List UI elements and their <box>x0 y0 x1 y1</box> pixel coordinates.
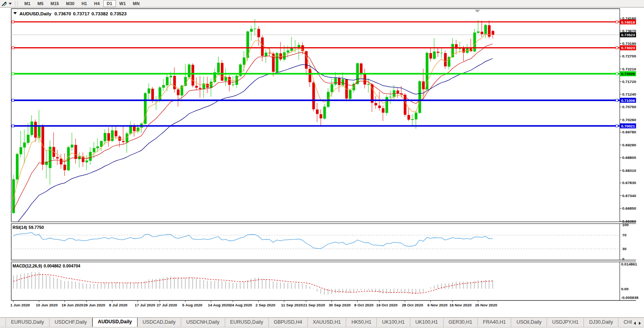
price-tag-label: 0.74019 <box>621 20 635 24</box>
macd-axis-label: 0.014861 <box>621 262 637 266</box>
tab-AUDUSD-Daily[interactable]: AUDUSD,Daily <box>92 318 138 327</box>
tab-UK100-H1[interactable]: UK100,H1 <box>410 318 444 327</box>
tab-USOil-Daily[interactable]: USOil,Daily <box>511 318 547 327</box>
x-axis-label: 30 Sep 2020 <box>328 303 350 307</box>
tab-XAUUSD-H1[interactable]: XAUUSD,H1 <box>308 318 347 327</box>
close-value: 0.73523 <box>110 11 127 16</box>
x-axis-label: 16 Nov 2020 <box>450 303 472 307</box>
time-axis: 1 Jun 202010 Jun 202019 Jun 202029 Jun 2… <box>10 300 497 307</box>
price-tag-label: 0.70021 <box>621 124 635 128</box>
y-axis-label: 0.73670 <box>622 29 637 33</box>
open-value: 0.73670 <box>55 11 72 16</box>
price-tag-label: 0.73023 <box>621 46 635 50</box>
chart-tabs-bar: EURUSD,DailyUSDCHF,DailyAUDUSD,DailyUSDC… <box>0 317 644 327</box>
hline-handle[interactable] <box>616 21 618 23</box>
y-axis-label: 0.71240 <box>622 92 637 96</box>
hline-handle[interactable] <box>616 99 618 101</box>
timeframe-button-H4[interactable]: H4 <box>90 0 103 7</box>
y-axis-label: 0.74160 <box>622 16 637 20</box>
scroll-tabs-left-icon[interactable] <box>634 322 636 325</box>
y-axis-label: 0.68800 <box>622 155 637 160</box>
tab-USDCHF-Daily[interactable]: USDCHF,Daily <box>50 318 92 327</box>
tab-DJ30-Daily[interactable]: DJ30,Daily <box>584 318 618 327</box>
x-axis-label: 21 Sep 2020 <box>303 303 325 307</box>
high-value: 0.73717 <box>73 11 90 16</box>
x-axis-label: 10 Jun 2020 <box>36 303 58 307</box>
y-axis-label: 0.72700 <box>622 54 637 58</box>
x-axis-label: 9 Oct 2020 <box>354 303 374 307</box>
tab-HK50-H1[interactable]: HK50,H1 <box>346 318 377 327</box>
tab-CHINA300-H1[interactable]: CHINA300,H1 <box>618 318 632 327</box>
tab-FRA40-H1[interactable]: FRA40,H1 <box>478 318 511 327</box>
hline-handle[interactable] <box>12 99 14 101</box>
y-axis-label: 0.70260 <box>622 118 637 122</box>
x-axis-label: 29 Jun 2020 <box>83 303 105 307</box>
tab-EURUSD-Daily[interactable]: EURUSD,Daily <box>225 318 269 327</box>
rsi-value: 59.7750 <box>29 225 44 230</box>
scroll-tabs-right-icon[interactable] <box>639 322 641 325</box>
x-axis-label: 25 Nov 2020 <box>475 303 497 307</box>
svg-text:AUDUSD,Daily0.736700.737170.73: AUDUSD,Daily0.736700.737170.733820.73523 <box>20 11 127 16</box>
x-axis-label: 17 Jul 2020 <box>135 303 156 307</box>
x-axis-label: 11 Sep 2020 <box>281 303 303 307</box>
y-axis-label: 0.68310 <box>622 168 637 173</box>
timeframe-button-M5[interactable]: M5 <box>34 0 47 7</box>
x-axis-label: 19 Jun 2020 <box>62 303 84 307</box>
tab-GER30-H1[interactable]: GER30,H1 <box>444 318 478 327</box>
x-axis-label: 19 Oct 2020 <box>376 303 398 307</box>
macd-main-value: 0.004862 <box>44 264 61 268</box>
timeframe-button-M30[interactable]: M30 <box>62 0 78 7</box>
rsi-axis-label: 30 <box>622 247 627 251</box>
chart-tools-icon-glyph <box>2 1 7 6</box>
tab-USDCAD-Daily[interactable]: USDCAD,Daily <box>138 318 181 327</box>
x-axis-label: 8 Jul 2020 <box>109 303 128 307</box>
symbol-period-label: AUDUSD,Daily <box>20 11 52 16</box>
y-axis-label: 0.69290 <box>622 143 637 147</box>
current-price-tag-label: 0.73523 <box>621 33 635 37</box>
price-tag-label: 0.72026 <box>621 72 635 76</box>
macd-signal-value: 0.004704 <box>63 264 81 268</box>
hline-handle[interactable] <box>12 125 14 127</box>
timeframe-button-D1[interactable]: D1 <box>103 0 116 7</box>
toolbar: M1M5M15M30H1H4D1W1MN <box>0 0 644 7</box>
timeframe-button-M1[interactable]: M1 <box>21 0 34 7</box>
y-axis-label: 0.69780 <box>622 130 637 134</box>
tab-UK100-H1[interactable]: UK100,H1 <box>377 318 410 327</box>
macd-axis-label: -0.005938 <box>621 295 638 300</box>
rsi-axis-label: 0 <box>622 257 625 261</box>
hline-handle[interactable] <box>12 47 14 49</box>
x-axis-label: 1 Jun 2020 <box>10 303 30 307</box>
x-axis-label: 14 Aug 2020 <box>208 303 230 307</box>
chart-window[interactable]: 0.740190.730230.720260.710060.700210.735… <box>0 8 644 317</box>
y-axis-label: 0.67830 <box>622 181 637 185</box>
x-axis-label: 5 Aug 2020 <box>182 303 203 307</box>
chart-tools-icon[interactable] <box>1 0 8 7</box>
timeframe-button-W1[interactable]: W1 <box>116 0 130 7</box>
chart-tabs-list: EURUSD,DailyUSDCHF,DailyAUDUSD,DailyUSDC… <box>0 318 632 327</box>
chart-frame <box>11 9 636 300</box>
dropdown-arrow-icon[interactable] <box>9 3 12 5</box>
x-axis-label: 27 Jul 2020 <box>157 303 178 307</box>
timeframe-button-MN[interactable]: MN <box>129 0 143 7</box>
y-axis-label: 0.67340 <box>622 193 637 198</box>
tab-GBPUSD-H4[interactable]: GBPUSD,H4 <box>269 318 308 327</box>
x-axis-label: 2 Sep 2020 <box>255 303 275 307</box>
rsi-axis-label: 70 <box>622 233 627 237</box>
hline-handle[interactable] <box>616 47 618 49</box>
toolbar-grip[interactable] <box>15 1 18 6</box>
hline-handle[interactable] <box>616 73 618 75</box>
tab-scrollers <box>632 322 644 327</box>
hline-handle[interactable] <box>12 73 14 75</box>
tab-USDJPY-H1[interactable]: USDJPY,H1 <box>547 318 584 327</box>
tab-USDCNH-Daily[interactable]: USDCNH,Daily <box>181 318 225 327</box>
low-value: 0.73382 <box>92 11 108 16</box>
chart-title: AUDUSD,Daily0.736700.737170.733820.73523 <box>13 11 127 16</box>
y-axis-label: 0.72210 <box>622 67 637 71</box>
timeframe-button-H1[interactable]: H1 <box>78 0 90 7</box>
y-axis-label: 0.66850 <box>622 206 637 210</box>
timeframe-button-M15[interactable]: M15 <box>47 0 62 7</box>
y-axis-label: 0.73190 <box>622 41 637 46</box>
hline-handle[interactable] <box>616 125 618 127</box>
hline-handle[interactable] <box>12 21 14 23</box>
tab-EURUSD-Daily[interactable]: EURUSD,Daily <box>6 318 50 327</box>
